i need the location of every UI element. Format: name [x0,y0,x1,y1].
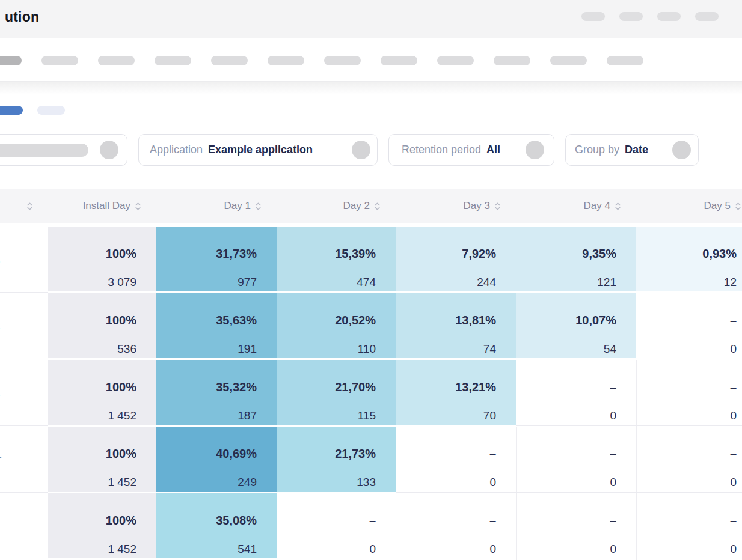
cell-percentage: – [489,514,496,528]
tab-bar [0,38,742,81]
cell-percentage: 40,69% [216,447,257,461]
column-header-day-1[interactable]: Day 1 [156,189,277,223]
filter-retention-period[interactable]: Retention period All [388,134,554,166]
sort-icon [735,202,741,211]
install-day-cell: 100%536 [48,293,156,360]
install-day-cell: 100%3 079 [48,227,156,293]
cell-percentage: 100% [106,380,136,394]
toggle-option-inactive[interactable] [37,106,65,115]
retention-cell-day-4: –0 [516,493,636,560]
row-label-fragment: . [0,252,1,266]
sort-icon [615,202,621,211]
cell-percentage: 13,21% [455,380,496,394]
cell-percentage: 7,92% [462,247,496,261]
retention-cell-day-4: –0 [516,360,636,427]
cell-percentage: 0,93% [702,247,737,261]
tab-item[interactable] [550,56,587,65]
filter-skeleton-pill [0,144,88,157]
retention-cell-day-5: –0 [636,360,742,427]
row-label-cell: . [0,227,48,293]
tab-item[interactable] [98,56,135,65]
topbar-action-pill[interactable] [695,12,719,21]
chevron-placeholder-icon [100,141,118,159]
cell-percentage: 9,35% [582,247,616,261]
heatmap-fill [48,360,156,425]
cell-percentage: 31,73% [216,247,257,261]
top-bar: ution [0,0,742,38]
sort-icon [26,202,33,211]
row-label-fragment: . [0,386,1,399]
filter-bar: Application Example application Retentio… [0,134,742,166]
cell-count: 133 [357,476,376,489]
cell-count: 74 [483,342,496,356]
table-header-row: Install DayDay 1Day 2Day 3Day 4Day 5 [0,189,742,223]
row-label-cell: . [0,360,48,427]
cell-count: 0 [610,476,616,489]
toggle-option-active[interactable] [0,106,23,115]
cell-count: 3 079 [108,276,136,289]
retention-cell-day-3: –0 [396,493,516,560]
cell-count: 0 [489,476,496,489]
retention-cell-day-5: 0,93%12 [636,227,742,293]
tab-item[interactable] [41,56,78,65]
retention-cell-day-1: 35,63%191 [156,293,277,360]
cell-count: 110 [358,342,376,356]
chevron-placeholder-icon [526,141,544,159]
tab-item[interactable] [437,56,474,65]
tab-item[interactable] [494,56,530,65]
column-header-install-day[interactable]: Install Day [48,189,156,223]
filter-label: Retention period [402,144,481,156]
cell-percentage: 10,07% [575,314,616,327]
retention-cell-day-4: 10,07%54 [516,293,636,360]
cell-count: 1 452 [108,476,136,489]
cell-count: 70 [483,409,496,422]
retention-cell-day-5: –0 [636,493,742,560]
tab-item[interactable] [607,56,643,65]
retention-cell-day-1: 35,08%541 [156,493,277,560]
cell-count: 0 [730,342,737,356]
tab-item[interactable] [268,56,304,65]
table-body: .100%3 07931,73%97715,39%4747,92%2449,35… [0,227,742,560]
heatmap-fill [396,227,516,291]
filter-skeleton[interactable] [0,134,127,166]
column-header-day-3[interactable]: Day 3 [396,189,516,223]
cell-count: 121 [597,276,616,289]
filter-label: Application [150,144,203,156]
cell-count: 249 [238,476,257,489]
cell-percentage: 100% [106,447,136,461]
install-day-cell: 100%1 452 [48,493,156,560]
column-header-day-4[interactable]: Day 4 [516,189,636,223]
column-header-day-2[interactable]: Day 2 [277,189,396,223]
topbar-action-pill[interactable] [581,12,605,21]
row-label-fragment: r [0,452,1,466]
tab-item[interactable] [381,56,417,65]
retention-cell-day-2: 20,52%110 [277,293,396,360]
column-header-label: Day 2 [343,200,370,212]
sort-icon [255,202,262,211]
filter-application[interactable]: Application Example application [138,134,378,166]
tab-item[interactable] [324,56,361,65]
column-header-day-5[interactable]: Day 5 [636,189,742,223]
cell-percentage: 21,70% [335,380,376,394]
heatmap-fill [48,227,156,291]
topbar-action-pill[interactable] [619,12,643,21]
cell-count: 0 [610,543,616,556]
column-header-rowlabel[interactable] [0,189,48,223]
tab-bar-shadow [0,81,742,94]
filter-value: Date [625,144,648,156]
cell-percentage: – [730,514,737,528]
cell-percentage: 21,73% [335,447,376,461]
tab-active[interactable] [0,56,22,65]
tab-item[interactable] [155,56,191,65]
retention-cell-day-4: 9,35%121 [516,227,636,293]
cell-count: 0 [730,409,737,422]
filter-group-by[interactable]: Group by Date [565,134,699,166]
cell-percentage: 35,32% [216,380,257,394]
cell-percentage: 100% [106,247,136,261]
tab-item[interactable] [211,56,248,65]
retention-cell-day-4: –0 [516,427,636,493]
cell-count: 0 [369,543,376,556]
topbar-action-pill[interactable] [657,12,681,21]
page-title: ution [5,9,39,25]
retention-cell-day-3: 7,92%244 [396,227,516,293]
